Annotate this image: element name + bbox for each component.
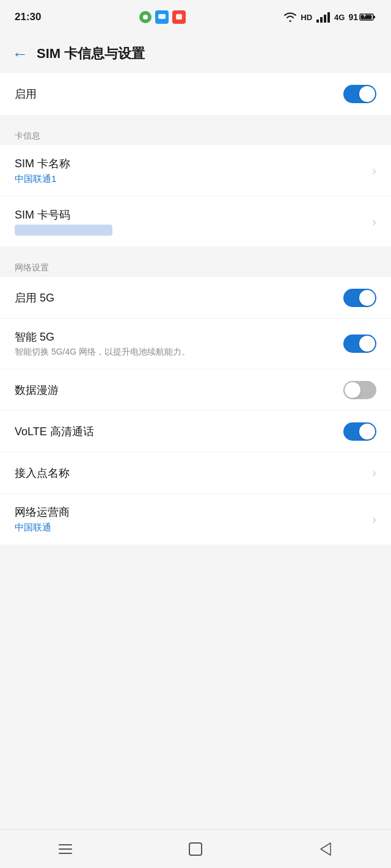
enable-row: 启用 [0, 73, 391, 115]
network-rows: 启用 5G 智能 5G 智能切换 5G/4G 网络，以提升电池续航能力。 [0, 277, 391, 544]
carrier-chevron: › [372, 512, 376, 526]
data-roaming-row: 数据漫游 [0, 369, 391, 411]
sim-number-value [15, 225, 112, 236]
svg-rect-5 [324, 15, 326, 23]
notification-icon-red [172, 10, 186, 24]
hd-badge: HD [301, 13, 312, 22]
svg-rect-9 [361, 15, 372, 20]
signal-icon [316, 12, 331, 23]
apn-left: 接入点名称 [15, 466, 372, 480]
svg-rect-13 [189, 843, 202, 855]
data-roaming-toggle[interactable] [343, 381, 376, 399]
volte-left: VoLTE 高清通话 [15, 424, 343, 439]
sim-number-left: SIM 卡号码 [15, 208, 372, 236]
sim-name-left: SIM 卡名称 中国联通1 [15, 156, 372, 185]
svg-rect-6 [327, 12, 330, 23]
volte-toggle[interactable] [343, 422, 376, 441]
4g-label: 4G [334, 13, 345, 22]
svg-marker-14 [321, 843, 331, 855]
svg-point-0 [143, 15, 148, 20]
smart-5g-left: 智能 5G 智能切换 5G/4G 网络，以提升电池续航能力。 [15, 330, 343, 358]
apn-chevron: › [372, 466, 376, 480]
nav-back-button[interactable] [307, 838, 344, 860]
enable-5g-left: 启用 5G [15, 291, 343, 305]
data-roaming-toggle-knob [345, 382, 360, 398]
smart-5g-toggle[interactable] [343, 335, 376, 353]
enable-5g-toggle[interactable] [343, 289, 376, 307]
carrier-left: 网络运营商 中国联通 [15, 505, 372, 533]
page-header: ← SIM 卡信息与设置 [0, 34, 391, 73]
notification-icon-blue [155, 10, 169, 24]
svg-rect-3 [316, 20, 319, 23]
sim-name-row[interactable]: SIM 卡名称 中国联通1 › [0, 145, 391, 197]
enable-5g-row: 启用 5G [0, 277, 391, 319]
volte-toggle-knob [359, 424, 375, 439]
status-icons [139, 10, 186, 24]
data-roaming-label: 数据漫游 [15, 384, 59, 396]
enable-toggle[interactable] [343, 85, 376, 103]
smart-5g-row: 智能 5G 智能切换 5G/4G 网络，以提升电池续航能力。 [0, 319, 391, 369]
smart-5g-toggle-knob [359, 336, 375, 352]
sim-number-row[interactable]: SIM 卡号码 › [0, 197, 391, 247]
enable-label: 启用 [15, 88, 37, 100]
battery-icon [359, 12, 376, 22]
enable-5g-toggle-knob [359, 290, 375, 306]
apn-row[interactable]: 接入点名称 › [0, 452, 391, 494]
enable-row-left: 启用 [15, 87, 343, 101]
apn-label: 接入点名称 [15, 467, 70, 479]
smart-5g-subtitle: 智能切换 5G/4G 网络，以提升电池续航能力。 [15, 347, 343, 358]
sim-name-value: 中国联通1 [15, 173, 372, 185]
smart-5g-label: 智能 5G [15, 330, 343, 344]
card-info-section-label: 卡信息 [0, 122, 391, 145]
card-info-rows: SIM 卡名称 中国联通1 › SIM 卡号码 › [0, 145, 391, 247]
svg-rect-4 [320, 17, 323, 23]
status-time: 21:30 [15, 11, 41, 23]
card-info-section: 卡信息 SIM 卡名称 中国联通1 › SIM 卡号码 › [0, 122, 391, 247]
network-section-label: 网络设置 [0, 254, 391, 277]
back-button[interactable]: ← [12, 46, 28, 62]
carrier-row[interactable]: 网络运营商 中国联通 › [0, 494, 391, 544]
svg-rect-1 [158, 14, 166, 19]
battery-indicator: 91 [348, 12, 376, 22]
enable-toggle-knob [359, 86, 375, 102]
battery-level: 91 [348, 12, 358, 22]
nav-menu-button[interactable] [47, 838, 84, 860]
sim-number-label: SIM 卡号码 [15, 208, 372, 222]
status-bar: 21:30 HD 4G 91 [0, 0, 391, 34]
carrier-value: 中国联通 [15, 522, 372, 533]
svg-rect-8 [373, 16, 375, 18]
notification-icon-green [139, 11, 152, 23]
sim-name-chevron: › [372, 164, 376, 178]
nav-bar [0, 829, 391, 868]
sim-number-chevron: › [372, 215, 376, 229]
volte-row: VoLTE 高清通话 [0, 411, 391, 452]
volte-label: VoLTE 高清通话 [15, 425, 94, 438]
enable-section: 启用 [0, 73, 391, 115]
content-area: 启用 卡信息 SIM 卡名称 中国联通1 › SIM 卡号码 [0, 73, 391, 591]
page-title: SIM 卡信息与设置 [37, 45, 145, 63]
sim-name-label: SIM 卡名称 [15, 156, 372, 171]
status-right-icons: HD 4G 91 [283, 12, 376, 23]
carrier-label: 网络运营商 [15, 505, 372, 519]
nav-home-button[interactable] [177, 838, 214, 860]
data-roaming-left: 数据漫游 [15, 383, 343, 397]
wifi-icon [283, 12, 297, 23]
enable-5g-label: 启用 5G [15, 292, 54, 304]
svg-rect-2 [176, 14, 182, 20]
network-section: 网络设置 启用 5G 智能 5G 智能切换 5G/4G 网络，以提升电池续航能力… [0, 254, 391, 544]
